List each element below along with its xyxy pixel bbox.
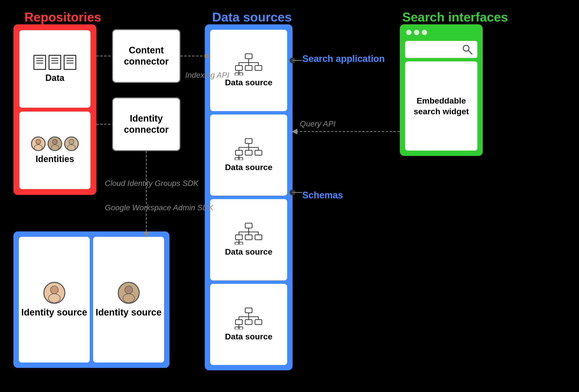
search-content: Embeddable search widget (402, 39, 481, 154)
tree-icon-4 (234, 308, 263, 329)
svg-point-5 (68, 145, 75, 150)
svg-point-4 (69, 139, 74, 144)
svg-rect-6 (245, 54, 252, 59)
search-application-label: Search application (302, 54, 385, 64)
svg-rect-45 (245, 308, 252, 313)
svg-point-58 (51, 286, 58, 294)
svg-rect-27 (255, 150, 262, 155)
svg-rect-26 (245, 150, 252, 155)
search-interfaces-box: Embeddable search widget (400, 24, 483, 156)
data-label: Data (45, 73, 64, 83)
indexing-api-label: Indexing API (185, 71, 229, 80)
identity-source-2: Identity source (93, 237, 164, 363)
identities-box: Identities (19, 112, 90, 189)
content-connector-box: Content connector (112, 29, 180, 83)
svg-rect-52 (245, 320, 252, 325)
schemas-label: Schemas (302, 190, 343, 200)
svg-rect-43 (235, 242, 238, 245)
person-icon-3 (64, 136, 79, 151)
data-source-label-2: Data source (225, 162, 273, 172)
person-icon-1 (31, 136, 46, 151)
svg-point-60 (125, 286, 133, 294)
svg-point-61 (123, 294, 135, 303)
svg-rect-38 (235, 235, 242, 240)
svg-rect-18 (239, 73, 243, 75)
repositories-label: Repositories (24, 10, 101, 24)
svg-point-0 (36, 139, 41, 144)
diagram-container: Repositories Data sources Search interfa… (0, 0, 579, 392)
svg-rect-53 (255, 320, 262, 325)
search-input-box[interactable] (405, 41, 477, 58)
doc-icon-2 (49, 55, 61, 70)
svg-rect-40 (255, 235, 262, 240)
data-source-label-1: Data source (225, 78, 273, 87)
svg-rect-32 (245, 223, 252, 228)
svg-rect-39 (245, 235, 252, 240)
identity-sources-box: Identity source Identity source (13, 231, 169, 368)
search-top-bar (402, 26, 481, 39)
svg-rect-30 (235, 158, 238, 160)
google-workspace-label: Google Workspace Admin SDK (105, 202, 213, 213)
repositories-box: Data (13, 24, 96, 195)
identity-source-label-1: Identity source (21, 307, 87, 318)
svg-rect-31 (239, 158, 243, 160)
svg-rect-57 (239, 327, 243, 329)
svg-rect-13 (245, 65, 252, 70)
svg-rect-17 (235, 73, 238, 75)
tree-icon-2 (234, 138, 263, 160)
doc-icon-1 (33, 55, 46, 70)
identity-source-icon-1 (43, 282, 65, 304)
data-box: Data (19, 30, 90, 108)
tree-icon-1 (234, 53, 263, 75)
identity-source-label-2: Identity source (96, 307, 161, 318)
svg-line-63 (468, 50, 472, 54)
search-interfaces-label: Search interfaces (402, 10, 508, 24)
svg-rect-19 (245, 139, 252, 143)
svg-rect-25 (235, 150, 242, 155)
identity-icons (31, 136, 79, 151)
data-source-2: Data source (210, 115, 287, 196)
svg-point-1 (34, 145, 42, 150)
embeddable-search-widget-box: Embeddable search widget (405, 62, 477, 151)
data-source-3: Data source (210, 199, 287, 280)
svg-point-3 (51, 145, 59, 150)
doc-icon-3 (64, 55, 76, 70)
identity-connector-box: Identity connector (112, 97, 180, 151)
svg-point-2 (52, 139, 57, 144)
svg-rect-44 (239, 242, 243, 245)
dot-3 (422, 30, 427, 35)
svg-rect-56 (235, 327, 238, 329)
data-source-label-3: Data source (225, 247, 273, 257)
data-source-1: Data source (210, 30, 287, 111)
content-connector-label: Content connector (113, 45, 179, 67)
identity-source-icon-2 (118, 282, 140, 304)
dot-1 (406, 30, 412, 35)
cloud-identity-label: Cloud Identity Groups SDK (105, 178, 199, 189)
data-source-label-4: Data source (225, 332, 273, 341)
tree-icon-3 (234, 223, 263, 245)
svg-rect-12 (235, 65, 242, 70)
person-icon-2 (48, 136, 62, 151)
data-icons (33, 55, 76, 70)
svg-rect-14 (255, 65, 262, 70)
identities-label: Identities (36, 154, 74, 164)
query-api-label: Query API (300, 119, 335, 129)
svg-point-59 (49, 294, 60, 303)
search-icon (461, 43, 473, 56)
identity-source-1: Identity source (19, 237, 90, 363)
svg-rect-51 (235, 320, 242, 325)
embeddable-label: Embeddable search widget (405, 95, 477, 117)
data-sources-label: Data sources (212, 10, 292, 24)
data-source-4: Data source (210, 284, 287, 365)
dot-2 (414, 30, 419, 35)
identity-connector-label: Identity connector (113, 113, 179, 135)
